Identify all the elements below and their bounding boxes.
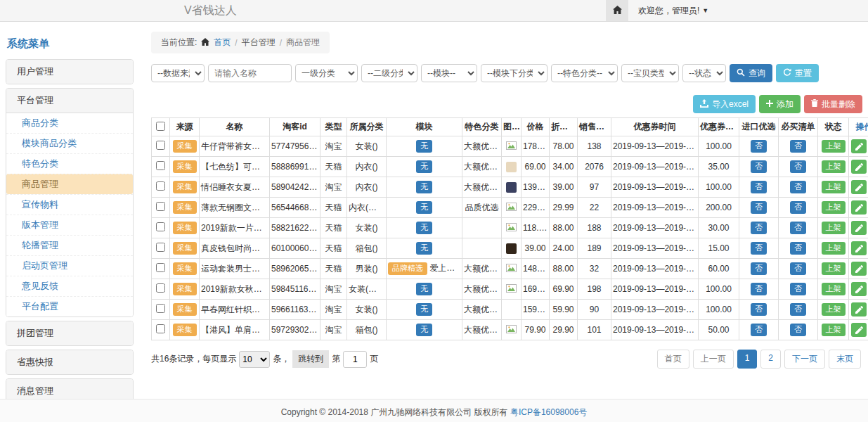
- edit-button[interactable]: [851, 221, 867, 235]
- name-search-input[interactable]: [208, 64, 292, 82]
- must-buy-cell: 否: [779, 238, 818, 259]
- filter-select-1[interactable]: --二级分类--: [361, 64, 417, 82]
- edit-button[interactable]: [851, 160, 867, 174]
- edit-button[interactable]: [851, 180, 867, 194]
- source-cell: 采集: [170, 320, 200, 340]
- edit-button[interactable]: [851, 282, 867, 296]
- sidebar-section-user-mgmt[interactable]: 用户管理: [6, 60, 133, 84]
- breadcrumb-home-link[interactable]: 首页: [214, 37, 231, 49]
- sidebar-item-3[interactable]: 商品管理: [6, 174, 133, 194]
- import-select-badge[interactable]: 否: [751, 201, 767, 213]
- status-badge[interactable]: 上架: [822, 160, 846, 172]
- page-button-0[interactable]: 首页: [657, 350, 689, 369]
- sidebar-item-1[interactable]: 模块商品分类: [6, 133, 133, 153]
- must-buy-badge[interactable]: 否: [790, 324, 806, 335]
- row-checkbox[interactable]: [156, 243, 165, 252]
- search-button[interactable]: 查询: [730, 64, 772, 82]
- sidebar-bottom-section-1[interactable]: 省惠快报: [6, 350, 133, 374]
- sidebar-item-8[interactable]: 意见反馈: [6, 276, 133, 296]
- user-menu[interactable]: 欢迎您，管理员! ▼: [638, 5, 708, 17]
- sidebar-item-9[interactable]: 平台配置: [6, 296, 133, 316]
- must-buy-badge[interactable]: 否: [790, 201, 806, 213]
- sidebar-item-7[interactable]: 启动页管理: [6, 255, 133, 276]
- batch-delete-button[interactable]: 批量删除: [804, 95, 862, 113]
- per-page-select[interactable]: 10: [239, 351, 270, 368]
- status-badge[interactable]: 上架: [822, 201, 846, 213]
- sidebar-item-6[interactable]: 轮播管理: [6, 235, 133, 255]
- status-badge[interactable]: 上架: [822, 181, 846, 193]
- row-checkbox[interactable]: [156, 324, 165, 333]
- edit-button[interactable]: [851, 200, 867, 215]
- sidebar-bottom-section-0[interactable]: 拼团管理: [6, 321, 133, 345]
- page-button-5[interactable]: 末页: [829, 350, 861, 369]
- import-select-badge[interactable]: 否: [751, 283, 767, 295]
- breadcrumb-separator: /: [235, 38, 237, 48]
- must-buy-badge[interactable]: 否: [790, 160, 806, 172]
- row-checkbox[interactable]: [156, 141, 165, 150]
- status-badge[interactable]: 上架: [822, 283, 846, 295]
- sidebar-bottom-section-2[interactable]: 消息管理: [6, 379, 133, 399]
- sidebar-item-4[interactable]: 宣传物料: [6, 194, 133, 215]
- import-select-badge[interactable]: 否: [751, 262, 767, 274]
- edit-button[interactable]: [851, 139, 867, 153]
- home-button[interactable]: [606, 0, 628, 21]
- status-badge[interactable]: 上架: [822, 242, 846, 254]
- edit-button[interactable]: [851, 241, 867, 255]
- row-checkbox[interactable]: [156, 263, 165, 272]
- status-badge[interactable]: 上架: [822, 303, 846, 315]
- status-badge[interactable]: 上架: [822, 222, 846, 234]
- must-buy-badge[interactable]: 否: [790, 181, 806, 193]
- page-button-2[interactable]: 1: [737, 350, 758, 369]
- row-checkbox[interactable]: [156, 181, 165, 191]
- row-checkbox[interactable]: [156, 283, 165, 293]
- page-button-3[interactable]: 2: [760, 350, 781, 369]
- discount-price-cell: 29.99: [550, 198, 578, 218]
- sales-cell: 32: [578, 259, 611, 279]
- row-checkbox[interactable]: [156, 161, 165, 170]
- must-buy-badge[interactable]: 否: [790, 140, 806, 152]
- filter-select-5[interactable]: --宝贝类型--: [621, 64, 679, 82]
- select-all-checkbox[interactable]: [156, 122, 165, 131]
- edit-button[interactable]: [851, 323, 867, 337]
- sidebar-section-platform-mgmt[interactable]: 平台管理: [6, 89, 133, 113]
- status-badge[interactable]: 上架: [822, 262, 846, 274]
- import-select-badge[interactable]: 否: [751, 303, 767, 315]
- import-select-badge[interactable]: 否: [751, 242, 767, 254]
- import-select-badge[interactable]: 否: [751, 181, 767, 193]
- import-select-badge[interactable]: 否: [751, 140, 767, 152]
- filter-select-0[interactable]: 一级分类: [295, 64, 358, 82]
- sidebar-item-2[interactable]: 特色分类: [6, 153, 133, 174]
- table-row: 采集早春网红针织外套女春...596611634525淘宝女装()无大额优惠券1…: [152, 300, 868, 320]
- filter-select-3[interactable]: --模块下分类--: [481, 64, 548, 82]
- status-badge[interactable]: 上架: [822, 324, 846, 335]
- row-checkbox[interactable]: [156, 222, 165, 231]
- filter-select-6[interactable]: --状态--: [682, 64, 726, 82]
- jump-to-button[interactable]: 跳转到: [292, 350, 329, 368]
- page-button-1[interactable]: 上一页: [693, 350, 734, 369]
- must-buy-badge[interactable]: 否: [790, 242, 806, 254]
- sidebar-item-5[interactable]: 版本管理: [6, 215, 133, 235]
- filter-select-4[interactable]: --特色分类--: [551, 64, 618, 82]
- edit-button[interactable]: [851, 302, 867, 316]
- status-badge[interactable]: 上架: [822, 140, 846, 152]
- must-buy-badge[interactable]: 否: [790, 262, 806, 274]
- reset-button[interactable]: 重置: [776, 64, 819, 82]
- import-select-badge[interactable]: 否: [751, 160, 767, 172]
- page-button-4[interactable]: 下一页: [784, 350, 825, 369]
- must-buy-badge[interactable]: 否: [790, 303, 806, 315]
- edit-button[interactable]: [851, 262, 867, 276]
- import-select-badge[interactable]: 否: [751, 324, 767, 335]
- must-buy-badge[interactable]: 否: [790, 222, 806, 234]
- add-button[interactable]: 添加: [759, 95, 801, 113]
- page-number-input[interactable]: [343, 351, 367, 368]
- product-thumbnail: [506, 243, 517, 254]
- filter-select-2[interactable]: --模块--: [421, 64, 477, 82]
- icp-link[interactable]: 粤ICP备16098006号: [510, 407, 587, 417]
- row-checkbox[interactable]: [156, 304, 165, 313]
- must-buy-badge[interactable]: 否: [790, 283, 806, 295]
- data-source-select[interactable]: --数据来源--: [151, 64, 205, 82]
- row-checkbox[interactable]: [156, 202, 165, 211]
- sidebar-item-0[interactable]: 商品分类: [6, 113, 133, 133]
- import-excel-button[interactable]: 导入excel: [693, 95, 756, 113]
- import-select-badge[interactable]: 否: [751, 222, 767, 234]
